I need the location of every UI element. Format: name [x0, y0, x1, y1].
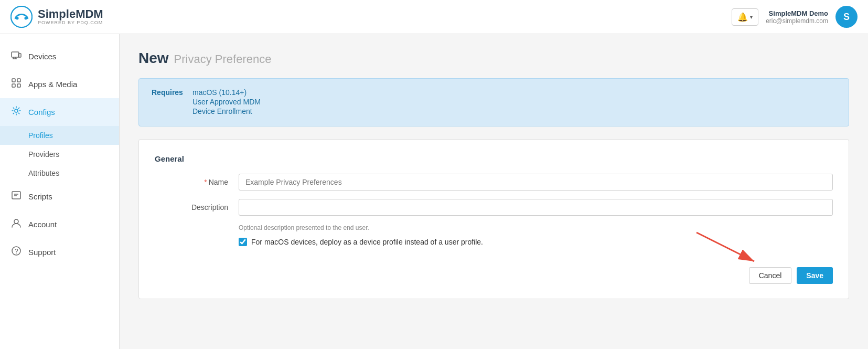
logo-icon — [10, 6, 33, 28]
requires-label: Requires — [152, 88, 188, 97]
svg-rect-4 — [18, 54, 21, 57]
checkbox-row: For macOS devices, deploy as a device pr… — [239, 238, 833, 246]
arrow-annotation — [686, 227, 770, 269]
configs-icon — [10, 105, 22, 119]
name-label: *Name — [155, 174, 239, 186]
attributes-label: Attributes — [28, 169, 59, 177]
name-row: *Name — [155, 174, 833, 191]
sidebar-label-scripts: Scripts — [28, 192, 52, 201]
scripts-icon — [10, 190, 22, 203]
sidebar-label-support: Support — [28, 248, 56, 257]
devices-icon — [10, 50, 22, 63]
sidebar-item-apps-media[interactable]: Apps & Media — [0, 70, 119, 98]
svg-rect-11 — [17, 84, 20, 87]
title-sub: Privacy Preference — [174, 52, 272, 66]
checkbox-label: For macOS devices, deploy as a device pr… — [251, 238, 483, 246]
chevron-down-icon: ▾ — [750, 14, 753, 20]
required-star: * — [204, 178, 207, 186]
svg-point-1 — [16, 17, 18, 19]
profiles-label: Profiles — [28, 131, 53, 140]
deploy-checkbox[interactable] — [239, 238, 247, 246]
logo-name: SimpleMDM — [38, 8, 103, 20]
svg-point-16 — [14, 219, 18, 224]
apps-icon — [10, 78, 22, 91]
description-input[interactable] — [239, 199, 833, 216]
name-input[interactable] — [239, 174, 833, 191]
sidebar-item-scripts[interactable]: Scripts — [0, 183, 119, 210]
description-hint: Optional description presented to the en… — [239, 224, 833, 231]
svg-point-2 — [24, 17, 27, 19]
logo-text: SimpleMDM POWERED BY PDQ.COM — [38, 8, 103, 26]
svg-text:?: ? — [15, 248, 18, 255]
section-general: General — [155, 154, 833, 163]
logo: SimpleMDM POWERED BY PDQ.COM — [10, 6, 103, 28]
sidebar-item-devices[interactable]: Devices — [0, 43, 119, 70]
svg-rect-10 — [12, 84, 15, 87]
header-right: 🔔 ▾ SimpleMDM Demo eric@simplemdm.com S — [732, 6, 858, 28]
info-line-2: Device Enrollment — [192, 107, 252, 115]
save-button[interactable]: Save — [797, 267, 833, 284]
description-row: Description — [155, 199, 833, 216]
sidebar-item-configs[interactable]: Configs — [0, 98, 119, 126]
notifications-button[interactable]: 🔔 ▾ — [732, 8, 758, 26]
user-info: SimpleMDM Demo eric@simplemdm.com — [766, 9, 828, 25]
sidebar: Devices Apps & Media Configs Profiles Pr… — [0, 34, 120, 349]
app-header: SimpleMDM POWERED BY PDQ.COM 🔔 ▾ SimpleM… — [0, 0, 868, 34]
cancel-button[interactable]: Cancel — [749, 267, 792, 284]
sidebar-sub-item-attributes[interactable]: Attributes — [0, 164, 119, 183]
logo-sub: POWERED BY PDQ.COM — [38, 20, 103, 26]
sidebar-label-account: Account — [28, 220, 57, 229]
info-line-0: macOS (10.14+) — [192, 88, 247, 97]
sidebar-label-configs: Configs — [28, 108, 55, 117]
providers-label: Providers — [28, 150, 59, 158]
form-card: General *Name Description Optional descr… — [138, 139, 849, 299]
user-email: eric@simplemdm.com — [766, 17, 828, 25]
svg-rect-9 — [17, 79, 20, 82]
sidebar-label-apps-media: Apps & Media — [28, 80, 77, 89]
title-new: New — [138, 50, 169, 67]
page-title: New Privacy Preference — [138, 50, 849, 67]
sidebar-sub-item-profiles[interactable]: Profiles — [0, 126, 119, 145]
svg-line-20 — [696, 232, 754, 261]
user-name: SimpleMDM Demo — [766, 9, 828, 17]
sidebar-label-devices: Devices — [28, 52, 56, 61]
svg-rect-8 — [12, 79, 15, 82]
requirements-box: Requires macOS (10.14+) User Approved MD… — [138, 78, 849, 126]
info-line-1: User Approved MDM — [192, 98, 261, 106]
svg-point-0 — [11, 6, 32, 27]
svg-point-12 — [15, 109, 18, 112]
avatar[interactable]: S — [835, 6, 858, 28]
svg-rect-3 — [12, 52, 19, 57]
account-icon — [10, 218, 22, 231]
form-actions: Cancel Save — [155, 259, 833, 284]
description-label: Description — [155, 199, 239, 211]
sidebar-sub-item-providers[interactable]: Providers — [0, 145, 119, 164]
sidebar-item-support[interactable]: ? Support — [0, 238, 119, 266]
sidebar-item-account[interactable]: Account — [0, 210, 119, 238]
svg-rect-13 — [12, 192, 20, 199]
main-content: New Privacy Preference Requires macOS (1… — [120, 34, 868, 349]
support-icon: ? — [10, 246, 22, 259]
bell-icon: 🔔 — [737, 12, 748, 22]
